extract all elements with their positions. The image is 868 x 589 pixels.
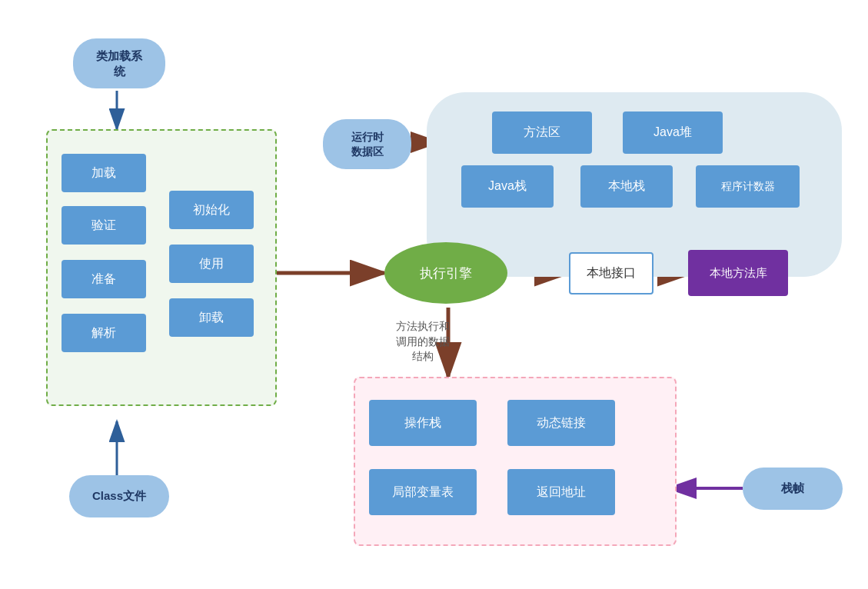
op-stack-box: 操作栈 bbox=[369, 400, 477, 446]
stack-frame: 栈帧 bbox=[743, 468, 843, 510]
native-interface: 本地接口 bbox=[569, 252, 653, 294]
method-exec-label: 方法执行和 调用的数据 结构 bbox=[377, 319, 469, 364]
verify-box: 验证 bbox=[62, 206, 146, 245]
class-file: Class文件 bbox=[69, 475, 169, 517]
java-heap-box: Java堆 bbox=[623, 111, 723, 154]
local-var-table-box: 局部变量表 bbox=[369, 469, 477, 515]
parse-box: 解析 bbox=[62, 314, 146, 352]
dynamic-link-box: 动态链接 bbox=[507, 400, 615, 446]
diagram-container: 类加载系 统 加载 验证 准备 解析 初始化 使用 卸载 Class文件 运行时… bbox=[0, 0, 868, 589]
prepare-box: 准备 bbox=[62, 260, 146, 298]
execution-engine: 执行引擎 bbox=[384, 242, 507, 304]
pc-register-box: 程序计数器 bbox=[696, 165, 800, 208]
method-area-box: 方法区 bbox=[492, 111, 592, 154]
load-box: 加载 bbox=[62, 154, 146, 192]
java-stack-box: Java栈 bbox=[461, 165, 554, 208]
return-addr-box: 返回地址 bbox=[507, 469, 615, 515]
native-stack-box: 本地栈 bbox=[580, 165, 673, 208]
unload-box: 卸载 bbox=[169, 298, 254, 337]
classloader-system: 类加载系 统 bbox=[73, 38, 165, 88]
native-method-lib: 本地方法库 bbox=[688, 250, 788, 296]
use-box: 使用 bbox=[169, 245, 254, 283]
runtime-data-area: 运行时 数据区 bbox=[323, 119, 411, 169]
init-box: 初始化 bbox=[169, 191, 254, 229]
